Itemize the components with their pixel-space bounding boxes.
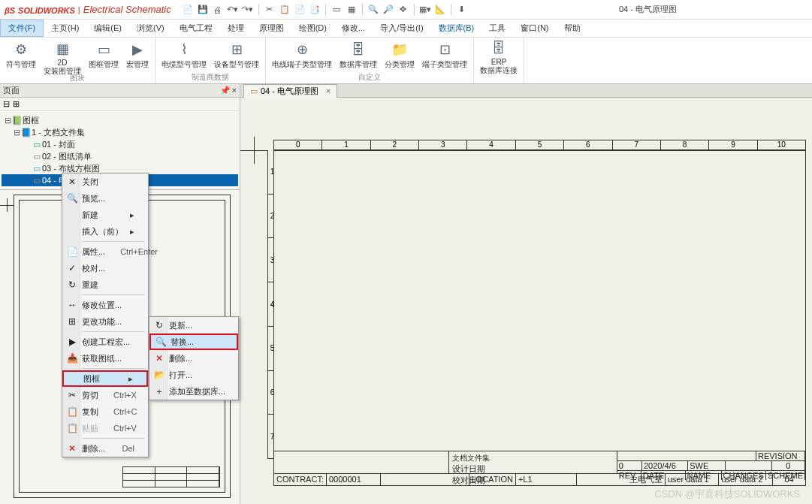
context-item[interactable]: ↻更新...	[149, 317, 238, 333]
qat-undo-icon[interactable]: ↶▾	[227, 4, 239, 16]
ribbon-btn[interactable]: ⚙符号管理	[3, 39, 39, 72]
menu-electrical[interactable]: 电气工程	[172, 20, 220, 36]
ribbon-label: 设备型号管理	[214, 60, 259, 68]
ribbon-btn[interactable]: ▭图框管理	[86, 39, 122, 72]
menu-view[interactable]: 浏览(V)	[129, 20, 172, 36]
context-item[interactable]: ✓校对...	[62, 260, 148, 276]
logo-ds-icon: βS	[5, 6, 15, 15]
menu-tools[interactable]: 工具	[481, 20, 513, 36]
context-item-icon: 🔍	[66, 193, 78, 204]
qat-help-icon[interactable]: ⬇	[456, 4, 468, 16]
context-item-icon: 📥	[66, 353, 78, 364]
tree-root[interactable]: ⊟📗图框	[2, 114, 238, 126]
context-item[interactable]: 📄属性...Ctrl+Enter	[62, 243, 148, 260]
qat-new-icon[interactable]: 📄	[182, 4, 194, 16]
tree-drawing-list[interactable]: ▭02 - 图纸清单	[2, 150, 238, 162]
ribbon-icon: 🗄	[490, 41, 508, 56]
menu-draw[interactable]: 绘图(D)	[291, 20, 334, 36]
context-item[interactable]: 📋复制Ctrl+C	[62, 403, 148, 420]
tb-contract-value: 0000001	[327, 473, 381, 485]
context-item[interactable]: 🔍预览...	[62, 190, 148, 207]
menu-database[interactable]: 数据库(B)	[431, 20, 482, 36]
tb-revision-value: 0	[772, 461, 805, 470]
ribbon-btn[interactable]: 🗄数据库管理	[337, 39, 380, 71]
ribbon-btn[interactable]: 📁分类管理	[382, 39, 418, 71]
ribbon-icon: ⌇	[175, 41, 193, 59]
tree-cover[interactable]: ▭01 - 封面	[2, 138, 238, 150]
context-item[interactable]: 插入（前）▸	[62, 223, 148, 240]
context-item-icon: 📋	[66, 423, 78, 433]
tb-main: 主电气室	[577, 473, 666, 485]
menu-home[interactable]: 主页(H)	[44, 20, 86, 36]
context-item-label: 替换...	[171, 337, 194, 348]
qat-save-icon[interactable]: 💾	[197, 4, 209, 16]
menu-schematic[interactable]: 原理图	[252, 20, 291, 36]
close-panel-icon[interactable]: ×	[232, 86, 237, 95]
menu-modify[interactable]: 修改...	[334, 20, 373, 36]
context-item[interactable]: ＋添加至数据库...	[149, 383, 238, 400]
ribbon-label: 电缆型号管理	[161, 60, 207, 68]
qat-copy-icon[interactable]: 📋	[279, 4, 291, 16]
qat-pan-icon[interactable]: ✥	[397, 4, 409, 16]
collapse-icon[interactable]: ⊟	[3, 99, 10, 109]
ruler-cell: 8	[661, 140, 709, 149]
context-item[interactable]: ▶创建工程宏...	[62, 333, 148, 350]
context-item[interactable]: ✂剪切Ctrl+X	[62, 387, 148, 403]
menu-process[interactable]: 处理	[220, 20, 252, 36]
context-item[interactable]: ↔修改位置...	[62, 297, 148, 313]
context-item[interactable]: 图框▸	[62, 370, 148, 387]
document-tab-bar: ▭ 04 - 电气原理图 ×	[240, 84, 812, 98]
tree-docset[interactable]: ⊟📘1 - 文档文件集	[2, 126, 238, 138]
context-item[interactable]: ↻重建	[62, 276, 148, 293]
context-item[interactable]: ✕关闭	[62, 174, 148, 190]
close-tab-icon[interactable]: ×	[326, 86, 331, 95]
qat-paste-icon[interactable]: 📄	[294, 4, 306, 16]
qat-paste2-icon[interactable]: 📑	[309, 4, 321, 16]
ribbon-btn[interactable]: 🗄ERP数据库连接	[477, 39, 521, 72]
expand-icon[interactable]: ⊞	[13, 99, 20, 109]
qat-sheet-icon[interactable]: ▭	[331, 4, 343, 16]
tb-scheme-value: 04	[773, 473, 805, 485]
ribbon-icon: ⊡	[436, 41, 454, 59]
context-item[interactable]: 新建▸	[62, 207, 148, 223]
tb-docset: 文档文件集	[452, 453, 613, 463]
context-item[interactable]: ✕删除...	[149, 350, 238, 367]
qat-sheets-icon[interactable]: ▦	[346, 4, 358, 16]
ribbon-btn[interactable]: ▶宏管理	[123, 39, 152, 72]
ribbon-btn[interactable]: ⊕电线端子类型管理	[269, 39, 335, 71]
menu-window[interactable]: 窗口(N)	[513, 20, 556, 36]
qat-measure-icon[interactable]: 📐	[434, 4, 446, 16]
context-item[interactable]: ✕删除...Del	[62, 440, 148, 457]
qat-print-icon[interactable]: 🖨	[212, 4, 224, 16]
ribbon-group-label: 自定义	[269, 71, 470, 83]
qat-search-icon[interactable]: 🔍	[367, 4, 379, 16]
menu-import-export[interactable]: 导入/导出(I)	[373, 20, 430, 36]
context-item-icon: ✓	[66, 263, 78, 273]
ribbon-icon: ⚙	[12, 41, 30, 59]
ribbon-btn[interactable]: ⊡端子类型管理	[419, 39, 470, 71]
qat-cut-icon[interactable]: ✂	[264, 4, 276, 16]
ribbon-group-erp: 🗄ERP数据库连接	[474, 38, 524, 83]
menu-file[interactable]: 文件(F)	[0, 20, 44, 37]
ribbon-btn[interactable]: ⊞设备型号管理	[211, 39, 262, 71]
qat-grid-icon[interactable]: ▦▾	[419, 4, 431, 16]
context-item[interactable]: ⊞更改功能...	[62, 313, 148, 330]
qat-zoom-icon[interactable]: 🔎	[382, 4, 394, 16]
canvas[interactable]: 012345678910 1234567 文档文件集 设计日期 校对日期 REV…	[240, 98, 812, 504]
sheet-icon: ▭	[32, 164, 42, 174]
context-item-icon: ＋	[153, 385, 165, 398]
context-item[interactable]: 📥获取图纸...	[62, 350, 148, 367]
context-item-icon: ✕	[66, 443, 78, 454]
menu-edit[interactable]: 编辑(E)	[86, 20, 129, 36]
context-item-label: 获取图纸...	[82, 353, 122, 364]
context-item[interactable]: 📂打开...	[149, 367, 238, 383]
context-item[interactable]: 🔍替换...	[149, 333, 238, 350]
context-item-label: 剪切	[82, 390, 98, 401]
ribbon-btn[interactable]: ▦2D安装图管理	[41, 39, 84, 72]
tb-location-value: +L1	[516, 473, 577, 485]
ribbon-btn[interactable]: ⌇电缆型号管理	[158, 39, 210, 71]
document-tab[interactable]: ▭ 04 - 电气原理图 ×	[243, 84, 337, 98]
pin-icon[interactable]: 📌	[220, 86, 231, 95]
menu-help[interactable]: 帮助	[557, 20, 588, 36]
qat-redo-icon[interactable]: ↷▾	[242, 4, 254, 16]
